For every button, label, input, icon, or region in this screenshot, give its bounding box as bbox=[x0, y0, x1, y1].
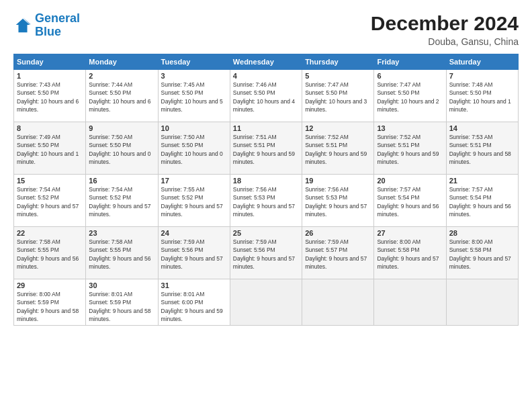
table-cell: 21 Sunrise: 7:57 AM Sunset: 5:54 PM Dayl… bbox=[446, 175, 518, 227]
day-info: Sunrise: 7:54 AM Sunset: 5:52 PM Dayligh… bbox=[17, 185, 83, 218]
day-number: 27 bbox=[377, 229, 443, 237]
table-cell: 7 Sunrise: 7:48 AM Sunset: 5:50 PM Dayli… bbox=[446, 70, 518, 122]
logo: General Blue bbox=[13, 12, 80, 39]
table-cell bbox=[446, 279, 518, 326]
day-info: Sunrise: 7:56 AM Sunset: 5:53 PM Dayligh… bbox=[233, 185, 299, 218]
day-number: 19 bbox=[305, 177, 371, 185]
day-number: 13 bbox=[377, 124, 443, 132]
day-info: Sunrise: 7:44 AM Sunset: 5:50 PM Dayligh… bbox=[89, 81, 154, 113]
day-info: Sunrise: 7:47 AM Sunset: 5:50 PM Dayligh… bbox=[305, 81, 371, 113]
day-number: 29 bbox=[17, 281, 83, 289]
day-number: 7 bbox=[449, 72, 515, 80]
table-cell bbox=[230, 279, 302, 326]
day-number: 18 bbox=[233, 177, 299, 185]
day-number: 23 bbox=[89, 229, 154, 237]
table-cell: 6 Sunrise: 7:47 AM Sunset: 5:50 PM Dayli… bbox=[374, 70, 446, 122]
title-block: December 2024 Douba, Gansu, China bbox=[371, 12, 519, 47]
table-cell: 4 Sunrise: 7:46 AM Sunset: 5:50 PM Dayli… bbox=[230, 70, 302, 122]
table-cell: 1 Sunrise: 7:43 AM Sunset: 5:50 PM Dayli… bbox=[14, 70, 86, 122]
calendar-table: Sunday Monday Tuesday Wednesday Thursday… bbox=[13, 54, 519, 326]
day-number: 31 bbox=[161, 281, 227, 289]
table-cell: 25 Sunrise: 7:59 AM Sunset: 5:56 PM Dayl… bbox=[230, 227, 302, 279]
table-cell: 24 Sunrise: 7:59 AM Sunset: 5:56 PM Dayl… bbox=[158, 227, 230, 279]
day-info: Sunrise: 7:55 AM Sunset: 5:52 PM Dayligh… bbox=[161, 185, 227, 218]
day-info: Sunrise: 7:58 AM Sunset: 5:55 PM Dayligh… bbox=[17, 238, 83, 271]
day-number: 25 bbox=[233, 229, 299, 237]
day-info: Sunrise: 7:52 AM Sunset: 5:51 PM Dayligh… bbox=[305, 133, 371, 166]
table-cell: 17 Sunrise: 7:55 AM Sunset: 5:52 PM Dayl… bbox=[158, 175, 230, 227]
day-info: Sunrise: 7:46 AM Sunset: 5:50 PM Dayligh… bbox=[233, 81, 299, 113]
table-cell: 27 Sunrise: 8:00 AM Sunset: 5:58 PM Dayl… bbox=[374, 227, 446, 279]
calendar-page: General Blue December 2024 Douba, Gansu,… bbox=[0, 0, 532, 411]
table-cell: 31 Sunrise: 8:01 AM Sunset: 6:00 PM Dayl… bbox=[158, 279, 230, 326]
logo-text: General Blue bbox=[35, 12, 80, 39]
table-cell: 20 Sunrise: 7:57 AM Sunset: 5:54 PM Dayl… bbox=[374, 175, 446, 227]
table-cell: 22 Sunrise: 7:58 AM Sunset: 5:55 PM Dayl… bbox=[14, 227, 86, 279]
day-info: Sunrise: 7:43 AM Sunset: 5:50 PM Dayligh… bbox=[17, 81, 83, 113]
day-number: 15 bbox=[17, 177, 83, 185]
header-row: Sunday Monday Tuesday Wednesday Thursday… bbox=[14, 54, 519, 70]
table-cell: 15 Sunrise: 7:54 AM Sunset: 5:52 PM Dayl… bbox=[14, 175, 86, 227]
table-cell: 9 Sunrise: 7:50 AM Sunset: 5:50 PM Dayli… bbox=[86, 122, 158, 175]
table-cell: 18 Sunrise: 7:56 AM Sunset: 5:53 PM Dayl… bbox=[230, 175, 302, 227]
day-info: Sunrise: 7:57 AM Sunset: 5:54 PM Dayligh… bbox=[449, 185, 515, 218]
table-cell: 16 Sunrise: 7:54 AM Sunset: 5:52 PM Dayl… bbox=[86, 175, 158, 227]
table-cell: 8 Sunrise: 7:49 AM Sunset: 5:50 PM Dayli… bbox=[14, 122, 86, 175]
day-number: 4 bbox=[233, 72, 299, 80]
table-cell: 13 Sunrise: 7:52 AM Sunset: 5:51 PM Dayl… bbox=[374, 122, 446, 175]
table-cell: 11 Sunrise: 7:51 AM Sunset: 5:51 PM Dayl… bbox=[230, 122, 302, 175]
day-info: Sunrise: 7:53 AM Sunset: 5:51 PM Dayligh… bbox=[449, 133, 515, 166]
col-wednesday: Wednesday bbox=[230, 54, 302, 70]
month-title: December 2024 bbox=[371, 12, 519, 35]
table-cell: 12 Sunrise: 7:52 AM Sunset: 5:51 PM Dayl… bbox=[302, 122, 374, 175]
day-number: 24 bbox=[161, 229, 227, 237]
table-cell bbox=[374, 279, 446, 326]
table-cell: 28 Sunrise: 8:00 AM Sunset: 5:58 PM Dayl… bbox=[446, 227, 518, 279]
header: General Blue December 2024 Douba, Gansu,… bbox=[13, 12, 519, 47]
day-info: Sunrise: 7:58 AM Sunset: 5:55 PM Dayligh… bbox=[89, 238, 154, 271]
table-cell: 29 Sunrise: 8:00 AM Sunset: 5:59 PM Dayl… bbox=[14, 279, 86, 326]
day-info: Sunrise: 8:00 AM Sunset: 5:59 PM Dayligh… bbox=[17, 290, 83, 323]
table-cell: 3 Sunrise: 7:45 AM Sunset: 5:50 PM Dayli… bbox=[158, 70, 230, 122]
day-number: 20 bbox=[377, 177, 443, 185]
day-number: 10 bbox=[161, 124, 227, 132]
day-info: Sunrise: 7:47 AM Sunset: 5:50 PM Dayligh… bbox=[377, 81, 443, 113]
day-number: 14 bbox=[449, 124, 515, 132]
day-info: Sunrise: 7:57 AM Sunset: 5:54 PM Dayligh… bbox=[377, 185, 443, 218]
day-info: Sunrise: 7:59 AM Sunset: 5:56 PM Dayligh… bbox=[233, 238, 299, 271]
col-monday: Monday bbox=[86, 54, 158, 70]
day-number: 28 bbox=[449, 229, 515, 237]
day-info: Sunrise: 8:00 AM Sunset: 5:58 PM Dayligh… bbox=[449, 238, 515, 271]
col-sunday: Sunday bbox=[14, 54, 86, 70]
day-info: Sunrise: 7:59 AM Sunset: 5:57 PM Dayligh… bbox=[305, 238, 371, 271]
day-number: 21 bbox=[449, 177, 515, 185]
day-info: Sunrise: 8:00 AM Sunset: 5:58 PM Dayligh… bbox=[377, 238, 443, 271]
table-cell: 26 Sunrise: 7:59 AM Sunset: 5:57 PM Dayl… bbox=[302, 227, 374, 279]
day-info: Sunrise: 7:54 AM Sunset: 5:52 PM Dayligh… bbox=[89, 185, 154, 218]
day-number: 12 bbox=[305, 124, 371, 132]
table-cell: 10 Sunrise: 7:50 AM Sunset: 5:50 PM Dayl… bbox=[158, 122, 230, 175]
day-number: 11 bbox=[233, 124, 299, 132]
table-cell: 19 Sunrise: 7:56 AM Sunset: 5:53 PM Dayl… bbox=[302, 175, 374, 227]
day-info: Sunrise: 7:56 AM Sunset: 5:53 PM Dayligh… bbox=[305, 185, 371, 218]
day-info: Sunrise: 7:45 AM Sunset: 5:50 PM Dayligh… bbox=[161, 81, 227, 113]
location: Douba, Gansu, China bbox=[371, 36, 519, 47]
day-info: Sunrise: 8:01 AM Sunset: 5:59 PM Dayligh… bbox=[89, 290, 154, 323]
table-cell bbox=[302, 279, 374, 326]
table-cell: 14 Sunrise: 7:53 AM Sunset: 5:51 PM Dayl… bbox=[446, 122, 518, 175]
svg-marker-0 bbox=[16, 19, 30, 33]
day-number: 2 bbox=[89, 72, 154, 80]
day-number: 8 bbox=[17, 124, 83, 132]
day-info: Sunrise: 7:59 AM Sunset: 5:56 PM Dayligh… bbox=[161, 238, 227, 271]
table-cell: 30 Sunrise: 8:01 AM Sunset: 5:59 PM Dayl… bbox=[86, 279, 158, 326]
day-info: Sunrise: 7:49 AM Sunset: 5:50 PM Dayligh… bbox=[17, 133, 83, 166]
day-info: Sunrise: 7:51 AM Sunset: 5:51 PM Dayligh… bbox=[233, 133, 299, 166]
day-number: 1 bbox=[17, 72, 83, 80]
logo-icon bbox=[13, 16, 32, 35]
day-number: 26 bbox=[305, 229, 371, 237]
day-number: 30 bbox=[89, 281, 154, 289]
day-info: Sunrise: 7:50 AM Sunset: 5:50 PM Dayligh… bbox=[89, 133, 154, 166]
col-saturday: Saturday bbox=[446, 54, 518, 70]
col-tuesday: Tuesday bbox=[158, 54, 230, 70]
table-cell: 2 Sunrise: 7:44 AM Sunset: 5:50 PM Dayli… bbox=[86, 70, 158, 122]
